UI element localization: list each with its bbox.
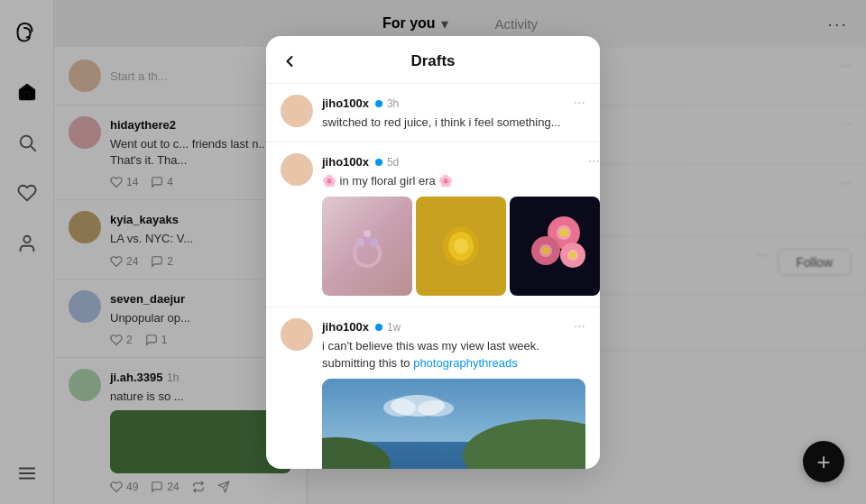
draft-item: jiho100x 3h ··· switched to red juice, i… <box>266 84 600 142</box>
draft-options-icon[interactable]: ··· <box>574 318 585 334</box>
draft-images <box>322 197 600 296</box>
svg-point-13 <box>355 238 364 247</box>
draft-image-3 <box>510 197 600 296</box>
avatar <box>281 318 313 351</box>
draft-username: jiho100x <box>322 155 369 169</box>
avatar <box>281 153 313 186</box>
draft-options-icon[interactable]: ··· <box>588 153 600 170</box>
draft-image-2 <box>416 197 506 296</box>
svg-point-26 <box>542 247 549 254</box>
drafts-header: Drafts <box>266 36 600 84</box>
verified-icon <box>375 159 382 166</box>
svg-point-33 <box>383 399 416 417</box>
draft-item: jiho100x 1w ··· i can't believe this was… <box>266 307 600 469</box>
draft-options-icon[interactable]: ··· <box>574 95 585 111</box>
verified-icon <box>375 100 382 107</box>
svg-point-14 <box>370 238 379 247</box>
drafts-modal: Drafts jiho100x 3h ··· switched to red j… <box>266 36 600 469</box>
draft-landscape-image <box>322 379 585 469</box>
svg-point-15 <box>364 230 371 237</box>
avatar <box>281 95 313 127</box>
draft-item: jiho100x 5d ··· 🌸 in my floral girl era … <box>266 142 600 307</box>
draft-body: jiho100x 1w ··· i can't believe this was… <box>322 318 585 469</box>
drafts-title: Drafts <box>410 52 455 70</box>
draft-time: 3h <box>387 97 399 110</box>
draft-time: 5d <box>387 156 399 169</box>
draft-text: i can't believe this was my view last we… <box>322 338 585 371</box>
svg-point-34 <box>418 400 454 417</box>
svg-point-18 <box>454 238 468 254</box>
draft-body: jiho100x 5d ··· 🌸 in my floral girl era … <box>322 153 600 296</box>
draft-username: jiho100x <box>322 96 369 110</box>
draft-text: switched to red juice, i think i feel so… <box>322 115 585 131</box>
draft-text: 🌸 in my floral girl era 🌸 <box>322 173 600 189</box>
draft-time: 1w <box>387 321 401 334</box>
svg-point-27 <box>569 252 576 259</box>
draft-image-1 <box>322 197 412 296</box>
drafts-back-button[interactable] <box>281 52 299 70</box>
verified-icon <box>375 324 382 331</box>
app-container: For you ▾ Activity ··· Start a th... <box>0 0 866 504</box>
draft-link[interactable]: photographythreads <box>413 356 518 370</box>
draft-body: jiho100x 3h ··· switched to red juice, i… <box>322 95 585 131</box>
svg-point-25 <box>559 228 568 237</box>
modal-overlay[interactable]: Drafts jiho100x 3h ··· switched to red j… <box>0 0 866 504</box>
draft-username: jiho100x <box>322 320 369 334</box>
